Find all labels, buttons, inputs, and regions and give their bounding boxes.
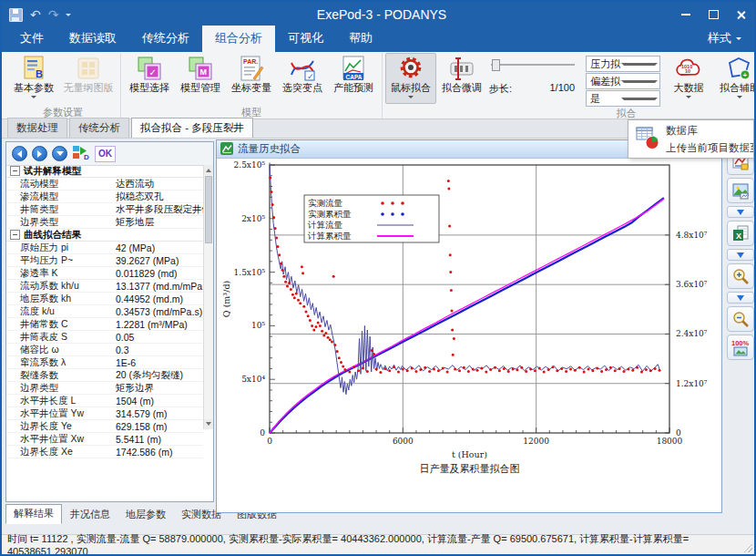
document-tab[interactable]: 传统分析: [69, 118, 129, 138]
svg-text:Q (m³/d): Q (m³/d): [221, 281, 231, 317]
menu-tab[interactable]: 帮助: [336, 26, 385, 52]
panel-bottom-tab[interactable]: 井况信息: [63, 506, 117, 524]
chevron-down-icon: [408, 96, 414, 101]
panel-bottom-tab[interactable]: 解释结果: [5, 504, 62, 524]
zoom-out-button[interactable]: [727, 306, 754, 332]
property-row[interactable]: 井筒表皮 S0.05: [6, 331, 203, 344]
dimensionless-template-button: 无量纲图版: [59, 53, 117, 104]
document-tab[interactable]: 拟合拟合 - 多段压裂井: [131, 118, 253, 138]
property-row[interactable]: 井储常数 C1.2281 (m³/MPa): [6, 318, 203, 331]
scrollbar-thumb[interactable]: [205, 176, 212, 243]
property-row[interactable]: 原始压力 pi42 (MPa): [6, 242, 203, 254]
ok-button[interactable]: OK: [95, 146, 116, 162]
big-data-button[interactable]: 101010 大数据: [663, 53, 714, 104]
pressure-fit-combo[interactable]: 压力拟合: [586, 56, 660, 72]
property-row[interactable]: 水平井位置 Yw314.579 (m): [6, 407, 203, 420]
property-row[interactable]: 流动系数 kh/u13.1377 (md.m/mPa.s): [6, 280, 203, 293]
fit-finetune-icon: [448, 55, 475, 82]
chart-window-icon: [220, 142, 233, 157]
maximize-button[interactable]: [700, 5, 727, 25]
minimize-button[interactable]: [672, 5, 700, 25]
collapse-icon[interactable]: [10, 230, 20, 240]
expand-down-button[interactable]: [52, 146, 67, 161]
property-row[interactable]: 流度 k/u0.34573 (md/mPa.s): [6, 305, 203, 318]
property-row[interactable]: 井筒类型水平井多段压裂定井储: [6, 203, 203, 216]
save-image-button[interactable]: [727, 178, 754, 203]
svg-text:t (Hour): t (Hour): [452, 449, 487, 459]
zoom-in-dropdown-icon[interactable]: [727, 292, 754, 304]
scroll-down-icon[interactable]: [204, 419, 213, 429]
svg-text:1.5x10⁵: 1.5x10⁵: [234, 268, 266, 277]
save-image-dropdown-icon[interactable]: [727, 206, 754, 218]
fit-finetune-label: 拟合微调: [442, 82, 482, 94]
property-row[interactable]: 储容比 ω0.3: [6, 344, 203, 356]
menu-tab[interactable]: 可视化: [275, 26, 336, 52]
fit-finetune-button[interactable]: 拟合微调: [436, 53, 487, 104]
yes-combo[interactable]: 是: [586, 90, 660, 107]
chart-area: 06000120001800005x10⁴10⁵1.5x10⁵2x10⁵2.5x…: [217, 159, 721, 512]
document-tab[interactable]: 数据处理: [7, 118, 67, 138]
export-excel-button[interactable]: X: [727, 221, 754, 246]
style-menu[interactable]: 样式: [708, 30, 754, 52]
deviation-fit-combo[interactable]: 偏差拟合: [586, 73, 660, 89]
step-slider[interactable]: [489, 58, 577, 71]
ribbon-group-fit: 鼠标拟合 拟合微调 步长: 1/100: [383, 53, 756, 118]
step-slider-thumb[interactable]: [492, 59, 500, 71]
coordinate-variable-button[interactable]: PAR. 坐标变量: [226, 53, 277, 104]
capacity-forecast-button[interactable]: CAPA 产能预测: [328, 53, 379, 104]
property-row[interactable]: 边界长度 Xe1742.586 (m): [6, 446, 203, 458]
property-row[interactable]: 渗流模型拟稳态双孔: [6, 190, 203, 203]
property-row[interactable]: 边界类型矩形地层: [6, 216, 203, 229]
property-row[interactable]: 窜流系数 λ1E-6: [6, 356, 203, 369]
step-size-control: 步长: 1/100: [489, 53, 584, 96]
property-row[interactable]: 地层系数 kh0.44952 (md.m): [6, 293, 203, 305]
zoom-in-button[interactable]: [727, 263, 754, 289]
model-manage-button[interactable]: M 模型管理: [175, 53, 226, 104]
menu-tab[interactable]: 传统分析: [129, 26, 202, 52]
panel-scrollbar[interactable]: [203, 165, 213, 429]
fit-assist-button[interactable]: + 拟合辅助: [714, 53, 756, 104]
collapse-icon[interactable]: [10, 166, 20, 176]
svg-text:1.2x10⁷: 1.2x10⁷: [676, 379, 708, 388]
svg-text:D: D: [84, 153, 89, 160]
group-label: 参数设置: [8, 106, 117, 118]
capacity-forecast-label: 产能预测: [333, 82, 373, 94]
back-button[interactable]: [12, 146, 27, 161]
svg-text:0: 0: [676, 428, 681, 438]
svg-text:+: +: [743, 71, 748, 79]
model-select-button[interactable]: ✓ 模型选择: [124, 53, 175, 104]
scroll-up-icon[interactable]: [204, 165, 213, 175]
property-row[interactable]: 裂缝条数20 (条均匀裂缝): [6, 369, 203, 382]
flow-history-chart[interactable]: 06000120001800005x10⁴10⁵1.5x10⁵2x10⁵2.5x…: [217, 159, 720, 510]
menu-tab[interactable]: 组合分析: [202, 26, 275, 52]
property-row[interactable]: 边界长度 Ye629.158 (m): [6, 420, 203, 433]
forward-button[interactable]: [32, 146, 47, 161]
panel-bottom-tab[interactable]: 地层参数: [118, 506, 173, 524]
section-header[interactable]: 试井解释模型: [6, 165, 203, 178]
svg-text:实测累积量: 实测累积量: [308, 209, 352, 219]
mouse-fit-button[interactable]: 鼠标拟合: [385, 53, 436, 104]
redo-icon[interactable]: ↷: [48, 8, 59, 21]
section-header[interactable]: 曲线拟合结果: [6, 229, 203, 242]
property-row[interactable]: 水平井位置 Xw5.5411 (m): [6, 433, 203, 446]
undo-icon[interactable]: ↶: [30, 8, 41, 21]
menu-tab[interactable]: 文件: [7, 26, 56, 52]
zoom-100-button[interactable]: 100%: [727, 335, 754, 360]
svg-text:B: B: [36, 68, 43, 79]
property-row[interactable]: 边界类型矩形边界: [6, 382, 203, 395]
property-row[interactable]: 流动模型达西流动: [6, 178, 203, 190]
svg-text:计算流量: 计算流量: [307, 220, 343, 230]
close-button[interactable]: [727, 5, 754, 25]
save-icon[interactable]: [9, 8, 23, 22]
menu-tab[interactable]: 数据读取: [56, 26, 129, 52]
database-dropdown-menu[interactable]: 数据库 上传当前项目数据至数: [628, 119, 754, 159]
property-row[interactable]: 水平井长度 L1504 (m): [6, 395, 203, 407]
pick-breakpoint-button[interactable]: ✓ 选突变点: [277, 53, 328, 104]
export-excel-dropdown-icon[interactable]: [727, 249, 754, 261]
property-row[interactable]: 平均压力 P~39.2627 (MPa): [6, 254, 203, 267]
property-row[interactable]: 渗透率 K0.011829 (md): [6, 267, 203, 280]
model-export-icon[interactable]: D: [72, 144, 90, 163]
basic-params-button[interactable]: B 基本参数: [8, 53, 59, 104]
svg-text:18000: 18000: [657, 437, 683, 446]
quick-access-dropdown-icon[interactable]: [66, 14, 71, 19]
